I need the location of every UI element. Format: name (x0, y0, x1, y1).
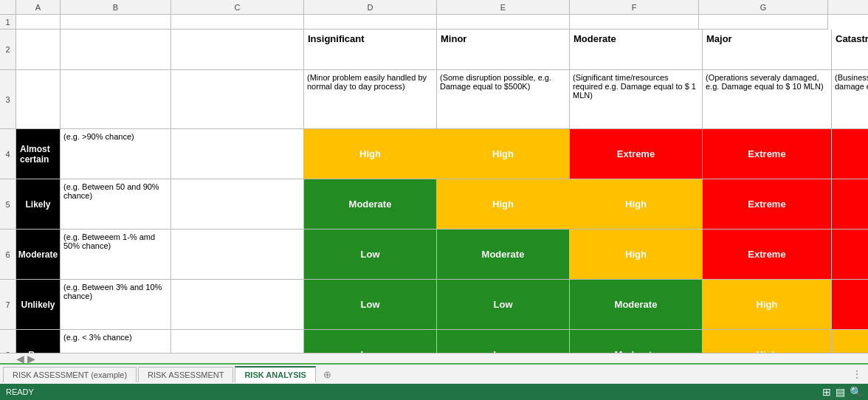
cell-2e: Minor (437, 30, 570, 70)
cell-8a: Rare (16, 330, 61, 353)
column-headers: A B C D E F G (0, 0, 868, 15)
cell-8g: High (703, 330, 832, 353)
cell-5c (171, 179, 304, 230)
row-numbers: 1 2 3 4 5 6 7 8 9 10 (0, 15, 16, 353)
cell-8h: High (832, 330, 868, 353)
tab-risk-analysis[interactable]: RISK ANALYSIS (235, 366, 316, 382)
cell-3a (16, 70, 61, 129)
tabs-menu-icon[interactable]: ⋮ (852, 368, 862, 380)
cell-2c (171, 30, 304, 70)
row-num-3: 3 (0, 70, 16, 129)
cell-7g: High (703, 280, 832, 330)
main-area: 1 2 3 4 5 6 7 8 9 10 (0, 15, 868, 353)
spreadsheet: A B C D E F G 1 2 3 4 5 6 7 8 9 10 (0, 0, 868, 400)
col-header-g[interactable]: G (699, 0, 828, 14)
cell-4f: Extreme (570, 129, 703, 179)
cell-3e: (Some disruption possible, e.g. Damage e… (437, 70, 570, 129)
cell-6g: Extreme (703, 230, 832, 280)
cell-7d: Low (304, 280, 437, 330)
cell-4g: Extreme (703, 129, 832, 179)
cell-2g: Major (703, 30, 832, 70)
cell-3d: (Minor problem easily handled by normal … (304, 70, 437, 129)
cell-7b: (e.g. Between 3% and 10% chance) (61, 280, 171, 330)
cell-2f: Moderate (570, 30, 703, 70)
cell-4c (171, 129, 304, 179)
cell-1a (16, 15, 61, 30)
cell-5f: High (570, 179, 703, 230)
grid-row-1 (16, 15, 868, 30)
col-header-c[interactable]: C (171, 0, 304, 14)
col-header-e[interactable]: E (437, 0, 570, 14)
cell-8b: (e.g. < 3% chance) (61, 330, 171, 353)
cell-7c (171, 280, 304, 330)
cell-3h: (Business survival is at risk damage equ… (832, 70, 868, 129)
cell-4d: High (304, 129, 437, 179)
cell-5e: High (437, 179, 570, 230)
cell-2a (16, 30, 61, 70)
cell-7e: Low (437, 280, 570, 330)
grid-view-icon[interactable]: ⊞ (822, 386, 831, 398)
grid: Insignificant Minor Moderate Major Catas… (16, 15, 868, 353)
cell-4e: High (437, 129, 570, 179)
col-header-d[interactable]: D (304, 0, 437, 14)
cell-7a: Unlikely (16, 280, 61, 330)
cell-3b (61, 70, 171, 129)
cell-6a: Moderate (16, 230, 61, 280)
cell-5h: Extreme (832, 179, 868, 230)
zoom-icon[interactable]: 🔍 (850, 386, 862, 398)
cell-1c (171, 15, 304, 30)
status-bar: READY ⊞ ▤ 🔍 (0, 384, 868, 400)
cell-2d: Insignificant (304, 30, 437, 70)
cell-2h: Catastrophic (832, 30, 868, 70)
cell-6h: Extreme (832, 230, 868, 280)
col-header-f[interactable]: F (570, 0, 699, 14)
grid-row-3: (Minor problem easily handled by normal … (16, 70, 868, 129)
tab-risk-assessment[interactable]: RISK ASSESSMENT (138, 367, 233, 382)
cell-8f: Moderate (570, 330, 703, 353)
cell-7f: Moderate (570, 280, 703, 330)
cell-8d: Low (304, 330, 437, 353)
cell-8c (171, 330, 304, 353)
cell-6e: Moderate (437, 230, 570, 280)
scroll-bar[interactable]: ◀ ▶ (0, 353, 868, 363)
cell-5b: (e.g. Between 50 and 90% chance) (61, 179, 171, 230)
row-num-8: 8 (0, 330, 16, 353)
cell-3g: (Operations severaly damaged, e.g. Damag… (703, 70, 832, 129)
cell-2b (61, 30, 171, 70)
grid-row-5: Likely (e.g. Between 50 and 90% chance) … (16, 179, 868, 230)
row-num-1: 1 (0, 15, 16, 30)
cell-5a: Likely (16, 179, 61, 230)
cell-4h: Extreme (832, 129, 868, 179)
cell-4b: (e.g. >90% chance) (61, 129, 171, 179)
status-right-icons: ⊞ ▤ 🔍 (822, 386, 862, 398)
cell-8e: Low (437, 330, 570, 353)
grid-row-6: Moderate (e.g. Betweeem 1-% amd 50% chan… (16, 230, 868, 280)
row-num-6: 6 (0, 230, 16, 280)
cell-1f (570, 15, 699, 30)
page-view-icon[interactable]: ▤ (836, 386, 845, 398)
row-num-2: 2 (0, 30, 16, 70)
tab-risk-assessment-example[interactable]: RISK ASSESSMENT (example) (3, 367, 137, 382)
grid-row-8: Rare (e.g. < 3% chance) Low Low Moderate… (16, 330, 868, 353)
row-num-5: 5 (0, 179, 16, 230)
grid-row-7: Unlikely (e.g. Between 3% and 10% chance… (16, 280, 868, 330)
sheet-tabs-bar: RISK ASSESSMENT (example) RISK ASSESSMEN… (0, 363, 868, 384)
row-num-4: 4 (0, 129, 16, 179)
cell-4a: Almost certain (16, 129, 61, 179)
cell-1g (699, 15, 828, 30)
cell-6c (171, 230, 304, 280)
tabs-right-controls: ⋮ (852, 368, 862, 380)
grid-row-4: Almost certain (e.g. >90% chance) High H… (16, 129, 868, 179)
cell-1e (437, 15, 570, 30)
cell-1d (304, 15, 437, 30)
col-header-a[interactable]: A (16, 0, 61, 14)
tab-add-button[interactable]: ⊕ (317, 366, 337, 383)
cell-1b (61, 15, 171, 30)
grid-row-2: Insignificant Minor Moderate Major Catas… (16, 30, 868, 70)
cell-6d: Low (304, 230, 437, 280)
cell-6f: High (570, 230, 703, 280)
col-header-b[interactable]: B (61, 0, 171, 14)
status-ready-text: READY (6, 387, 34, 396)
cell-3f: (Significant time/resources required e.g… (570, 70, 703, 129)
cell-5g: Extreme (703, 179, 832, 230)
